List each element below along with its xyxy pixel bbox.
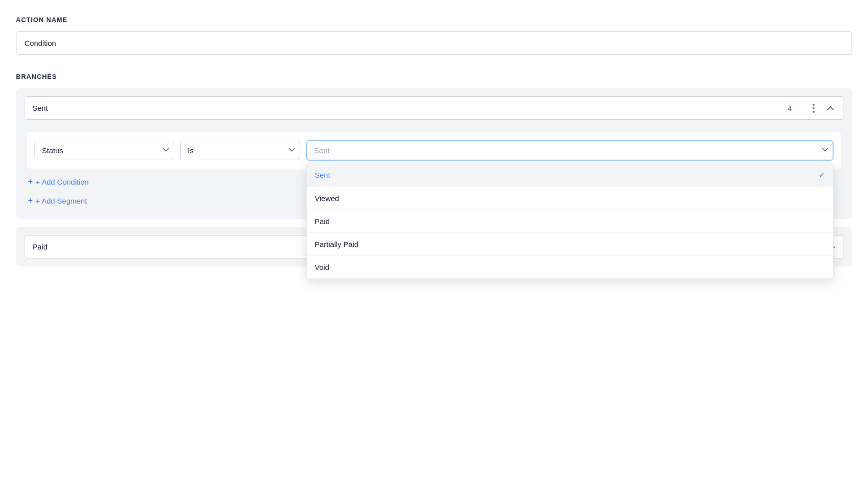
operator-select[interactable]: Is Is Not Contains Greater Than Less Tha… — [180, 141, 300, 160]
add-segment-plus-icon: + — [28, 196, 32, 205]
sent-branch-collapse-button[interactable] — [826, 103, 836, 113]
dropdown-option-void-label: Void — [315, 263, 329, 271]
sent-check-icon: ✓ — [819, 170, 825, 180]
dropdown-option-paid[interactable]: Paid — [307, 210, 833, 233]
condition-section: Status Amount Due Date Customer — [24, 128, 844, 211]
condition-row: Status Amount Due Date Customer — [26, 132, 842, 169]
add-condition-label: + Add Condition — [35, 178, 88, 186]
action-name-section: ACTION NAME — [16, 16, 852, 69]
sent-branch-more-menu[interactable] — [808, 102, 820, 114]
sent-branch-header-actions: 4 — [788, 102, 836, 114]
sent-branch-count: 4 — [788, 104, 792, 112]
sent-branch-card: Sent 4 — [16, 88, 852, 219]
dropdown-option-paid-label: Paid — [315, 217, 330, 226]
dropdown-option-sent-label: Sent — [315, 171, 330, 179]
add-condition-plus-icon: + — [28, 177, 32, 186]
operator-select-wrapper: Is Is Not Contains Greater Than Less Tha… — [180, 141, 300, 160]
branches-label: BRANCHES — [16, 73, 852, 80]
value-dropdown: Sent ✓ Viewed Paid Partially Paid — [306, 163, 834, 279]
field-select[interactable]: Status Amount Due Date Customer — [34, 141, 174, 160]
action-name-label: ACTION NAME — [16, 16, 852, 23]
dropdown-option-viewed[interactable]: Viewed — [307, 187, 833, 210]
sent-branch-header: Sent 4 — [24, 96, 844, 120]
dropdown-option-partially-paid-label: Partially Paid — [315, 240, 359, 248]
value-select[interactable]: Sent Viewed Paid Partially Paid Void — [306, 140, 834, 161]
add-segment-label: + Add Segment — [35, 197, 87, 205]
field-select-wrapper: Status Amount Due Date Customer — [34, 141, 174, 160]
dropdown-option-partially-paid[interactable]: Partially Paid — [307, 233, 833, 256]
dropdown-option-sent[interactable]: Sent ✓ — [307, 163, 833, 187]
value-select-wrapper: Sent Viewed Paid Partially Paid Void — [306, 140, 834, 161]
branches-section: BRANCHES Sent 4 — [16, 73, 852, 266]
dropdown-option-void[interactable]: Void — [307, 256, 833, 278]
sent-branch-title: Sent — [32, 104, 836, 112]
action-name-input[interactable] — [16, 31, 852, 55]
dropdown-option-viewed-label: Viewed — [315, 194, 339, 203]
page-container: ACTION NAME BRANCHES Sent 4 — [16, 16, 852, 266]
